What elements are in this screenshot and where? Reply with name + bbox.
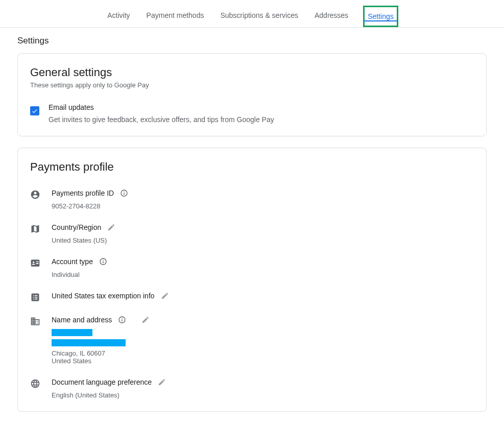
email-updates-checkbox[interactable] bbox=[30, 106, 39, 115]
tab-payment-methods[interactable]: Payment methods bbox=[146, 8, 205, 28]
list-icon bbox=[30, 292, 40, 302]
payments-profile-heading: Payments profile bbox=[30, 160, 474, 174]
redacted-street bbox=[52, 339, 126, 346]
address-country: United States bbox=[52, 357, 474, 365]
building-icon bbox=[30, 316, 40, 326]
country-value: United States (US) bbox=[52, 237, 474, 244]
tax-label: United States tax exemption info bbox=[52, 292, 155, 300]
general-settings-card: General settings These settings apply on… bbox=[17, 53, 487, 136]
email-updates-label: Email updates bbox=[49, 103, 274, 111]
badge-icon bbox=[30, 258, 40, 268]
general-subheading: These settings apply only to Google Pay bbox=[30, 81, 474, 89]
globe-icon bbox=[30, 379, 40, 389]
doc-lang-label: Document language preference bbox=[52, 378, 152, 386]
account-type-value: Individual bbox=[52, 271, 474, 278]
person-icon bbox=[30, 190, 40, 200]
pencil-icon[interactable] bbox=[161, 292, 169, 300]
tab-activity[interactable]: Activity bbox=[106, 8, 131, 28]
pencil-icon[interactable] bbox=[141, 316, 150, 324]
tab-subscriptions[interactable]: Subscriptions & services bbox=[219, 8, 299, 28]
payments-profile-card: Payments profile Payments profile ID 905… bbox=[17, 148, 487, 412]
top-tabs: Activity Payment methods Subscriptions &… bbox=[0, 0, 504, 28]
profile-id-label: Payments profile ID bbox=[52, 189, 114, 197]
tab-addresses[interactable]: Addresses bbox=[314, 8, 349, 28]
country-label: Country/Region bbox=[52, 223, 101, 231]
email-updates-row: Email updates Get invites to give feedba… bbox=[30, 103, 474, 124]
doc-lang-value: English (United States) bbox=[52, 391, 474, 399]
account-type-label: Account type bbox=[52, 257, 93, 266]
redacted-name bbox=[52, 329, 92, 336]
info-icon[interactable] bbox=[99, 257, 107, 266]
general-heading: General settings bbox=[30, 66, 474, 79]
page-title: Settings bbox=[17, 36, 487, 46]
pencil-icon[interactable] bbox=[158, 378, 166, 386]
name-address-label: Name and address bbox=[52, 316, 112, 324]
tab-settings[interactable]: Settings bbox=[364, 6, 398, 27]
info-icon[interactable] bbox=[118, 316, 126, 324]
profile-id-value: 9052-2704-8228 bbox=[52, 202, 474, 210]
map-icon bbox=[30, 224, 40, 234]
pencil-icon[interactable] bbox=[107, 223, 115, 231]
info-icon[interactable] bbox=[120, 189, 128, 197]
address-city: Chicago, IL 60607 bbox=[52, 349, 474, 357]
email-updates-desc: Get invites to give feedback, exclusive … bbox=[49, 115, 274, 124]
